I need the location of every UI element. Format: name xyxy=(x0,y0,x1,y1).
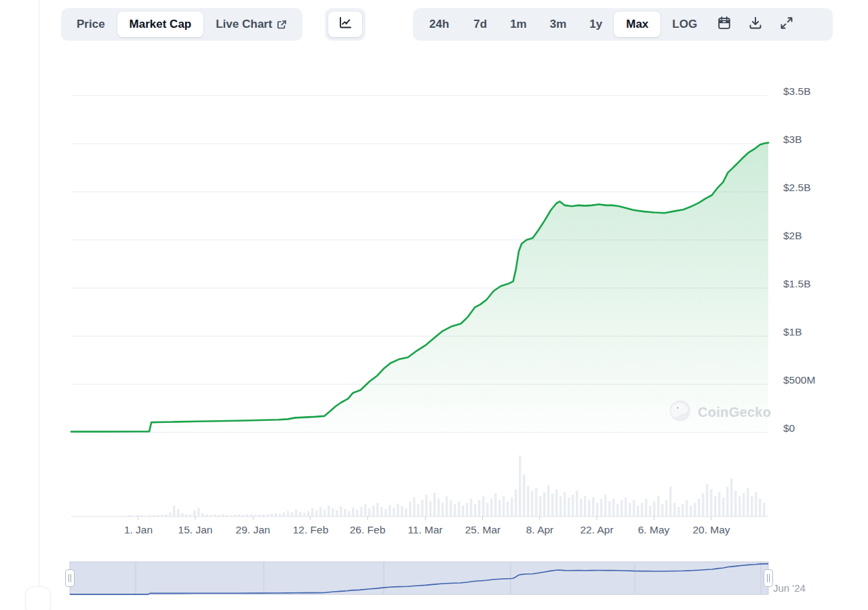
x-axis-label: 12. Feb xyxy=(282,523,339,537)
market-cap-chart-panel: Price Market Cap Live Chart xyxy=(0,0,868,610)
y-axis-label: $1.5B xyxy=(783,277,832,291)
x-axis xyxy=(71,516,768,520)
x-axis-label: 1. Jan xyxy=(110,523,167,537)
x-axis-label: 6. May xyxy=(625,523,682,537)
y-axis-label: $500M xyxy=(783,373,832,387)
x-axis-label: 25. Mar xyxy=(454,523,511,537)
chart-canvas[interactable] xyxy=(0,0,868,610)
navigator-right-handle[interactable] xyxy=(764,569,773,587)
x-axis-label: 20. May xyxy=(683,523,740,537)
x-axis-label: 26. Feb xyxy=(339,523,396,537)
navigator xyxy=(70,562,768,594)
x-axis-label: 8. Apr xyxy=(511,523,568,537)
x-axis-label: 29. Jan xyxy=(224,523,281,537)
y-axis-label: $2.5B xyxy=(783,181,832,195)
y-axis-label: $3.5B xyxy=(783,85,832,98)
x-axis-label: 11. Mar xyxy=(397,523,454,537)
navigator-left-handle[interactable] xyxy=(65,569,75,587)
marketcap-area xyxy=(71,143,768,432)
y-axis-label: $1B xyxy=(783,325,832,339)
y-axis-label: $3B xyxy=(783,133,832,146)
x-axis-label: 22. Apr xyxy=(568,523,625,537)
watermark-text: CoinGecko xyxy=(698,405,771,420)
coingecko-watermark: CoinGecko xyxy=(668,399,797,426)
y-axis-label: $2B xyxy=(783,229,832,243)
coingecko-logo xyxy=(668,399,692,426)
volume-bars xyxy=(124,455,766,516)
x-axis-label: 15. Jan xyxy=(167,523,224,537)
